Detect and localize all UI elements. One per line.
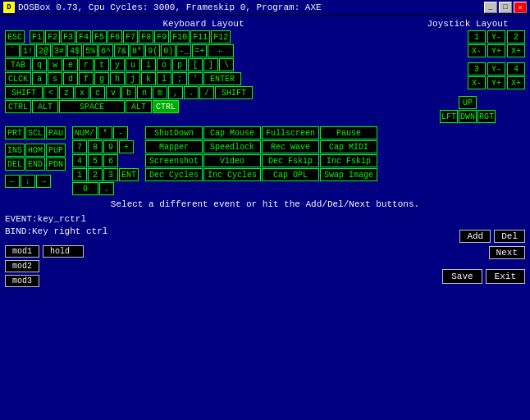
key-5[interactable]: 5% <box>83 44 98 57</box>
action-swap-image[interactable]: Swap Image <box>320 168 377 181</box>
key-num5[interactable]: 5 <box>88 154 103 167</box>
mod3-button[interactable]: mod3 <box>5 275 39 287</box>
key-i[interactable]: i <box>141 58 156 71</box>
key-s[interactable]: s <box>48 72 62 85</box>
key-num2[interactable]: 2 <box>88 168 103 181</box>
key-end[interactable]: END <box>25 158 45 171</box>
add-button[interactable]: Add <box>459 230 491 243</box>
key-minus[interactable]: -_ <box>176 44 191 57</box>
key-9[interactable]: 9( <box>145 44 160 57</box>
key-ins[interactable]: INS <box>5 144 25 157</box>
joy-yminus-1[interactable]: Y- <box>487 30 505 43</box>
key-y[interactable]: y <box>110 58 125 71</box>
key-j[interactable]: j <box>126 72 140 85</box>
action-speedlock[interactable]: Speedlock <box>203 140 261 153</box>
key-f[interactable]: f <box>79 72 94 85</box>
action-rec-wave[interactable]: Rec Wave <box>262 140 319 153</box>
key-esc[interactable]: ESC <box>5 30 25 43</box>
action-cap-mouse[interactable]: Cap Mouse <box>203 126 261 139</box>
key-m[interactable]: m <box>153 86 167 99</box>
action-shutdown[interactable]: ShutDown <box>145 126 203 139</box>
key-6[interactable]: 6^ <box>98 44 113 57</box>
action-cap-opl[interactable]: Cap OPL <box>262 168 319 181</box>
key-num9[interactable]: 9 <box>103 140 118 153</box>
hold-button[interactable]: hold <box>43 245 84 258</box>
key-a[interactable]: a <box>32 72 47 85</box>
key-numminus[interactable]: - <box>113 126 128 139</box>
key-arrow-left[interactable]: ← <box>5 175 20 188</box>
key-period[interactable]: . <box>184 86 199 99</box>
key-g[interactable]: g <box>94 72 109 85</box>
key-e[interactable]: e <box>63 58 78 71</box>
key-arrow-right[interactable]: → <box>36 175 51 188</box>
key-rbracket[interactable]: ] <box>203 58 218 71</box>
nav-left[interactable]: LFT <box>440 110 458 123</box>
action-cap-midi[interactable]: Cap MIDI <box>320 140 377 153</box>
key-v[interactable]: v <box>106 86 121 99</box>
joy-xminus-1[interactable]: X- <box>468 44 486 57</box>
key-num6[interactable]: 6 <box>103 154 118 167</box>
key-capslock[interactable]: CLCK <box>5 72 31 85</box>
key-backslash[interactable]: \ <box>219 58 234 71</box>
key-comma[interactable]: , <box>168 86 183 99</box>
key-x[interactable]: x <box>75 86 89 99</box>
key-numenter[interactable]: ENT <box>119 168 139 181</box>
key-num0[interactable]: 0 <box>72 182 98 195</box>
key-scl[interactable]: SCL <box>25 126 45 139</box>
key-q[interactable]: q <box>32 58 47 71</box>
key-c[interactable]: c <box>90 86 105 99</box>
joy-yminus-2[interactable]: Y- <box>487 62 505 75</box>
key-pup[interactable]: PUP <box>46 144 66 157</box>
key-f9[interactable]: F9 <box>154 30 169 43</box>
joy-xplus-2[interactable]: X+ <box>507 76 525 89</box>
key-f10[interactable]: F10 <box>170 30 190 43</box>
joy-1[interactable]: 1 <box>468 30 486 43</box>
key-l[interactable]: l <box>157 72 171 85</box>
key-f12[interactable]: F12 <box>211 30 231 43</box>
key-w[interactable]: w <box>48 58 62 71</box>
close-button[interactable]: ✕ <box>514 2 527 13</box>
key-r[interactable]: r <box>79 58 94 71</box>
key-num1[interactable]: 1 <box>72 168 87 181</box>
key-lt[interactable]: < <box>43 86 58 99</box>
nav-right[interactable]: RGT <box>477 110 496 123</box>
key-num7[interactable]: 7 <box>72 140 87 153</box>
key-h[interactable]: h <box>110 72 125 85</box>
key-b[interactable]: b <box>121 86 136 99</box>
joy-4[interactable]: 4 <box>507 62 525 75</box>
key-f2[interactable]: F2 <box>45 30 60 43</box>
key-rctrl[interactable]: CTRL <box>153 100 179 113</box>
joy-xminus-2[interactable]: X- <box>468 76 486 89</box>
key-numdiv[interactable]: NUM/ <box>72 126 97 139</box>
key-3[interactable]: 3# <box>52 44 66 57</box>
action-dec-cycles[interactable]: Dec Cycles <box>145 168 203 181</box>
joy-3[interactable]: 3 <box>468 62 486 75</box>
save-button[interactable]: Save <box>442 269 482 284</box>
key-equal[interactable]: =+ <box>192 44 207 57</box>
key-lbracket[interactable]: [ <box>188 58 203 71</box>
key-backspace[interactable]: ← <box>208 44 234 57</box>
key-f6[interactable]: F6 <box>107 30 122 43</box>
key-nummul[interactable]: * <box>98 126 112 139</box>
mod2-button[interactable]: mod2 <box>5 260 39 272</box>
key-hom[interactable]: HOM <box>25 144 45 157</box>
key-num4[interactable]: 4 <box>72 154 87 167</box>
key-p[interactable]: p <box>172 58 187 71</box>
key-quote[interactable]: ' <box>188 72 203 85</box>
key-z[interactable]: z <box>59 86 74 99</box>
key-backtick[interactable]: ` <box>5 44 20 57</box>
key-o[interactable]: o <box>157 58 171 71</box>
key-8[interactable]: 8* <box>130 44 144 57</box>
next-button[interactable]: Next <box>489 246 525 259</box>
key-slash[interactable]: / <box>199 86 214 99</box>
key-f5[interactable]: F5 <box>92 30 107 43</box>
key-ralt[interactable]: ALT <box>126 100 152 113</box>
key-7[interactable]: 7& <box>114 44 129 57</box>
key-f1[interactable]: F1 <box>30 30 44 43</box>
action-inc-cycles[interactable]: Inc Cycles <box>203 168 261 181</box>
key-space[interactable]: SPACE <box>59 100 125 113</box>
key-k[interactable]: k <box>141 72 156 85</box>
maximize-button[interactable]: □ <box>499 2 512 13</box>
minimize-button[interactable]: _ <box>484 2 497 13</box>
key-0[interactable]: 0) <box>161 44 176 57</box>
